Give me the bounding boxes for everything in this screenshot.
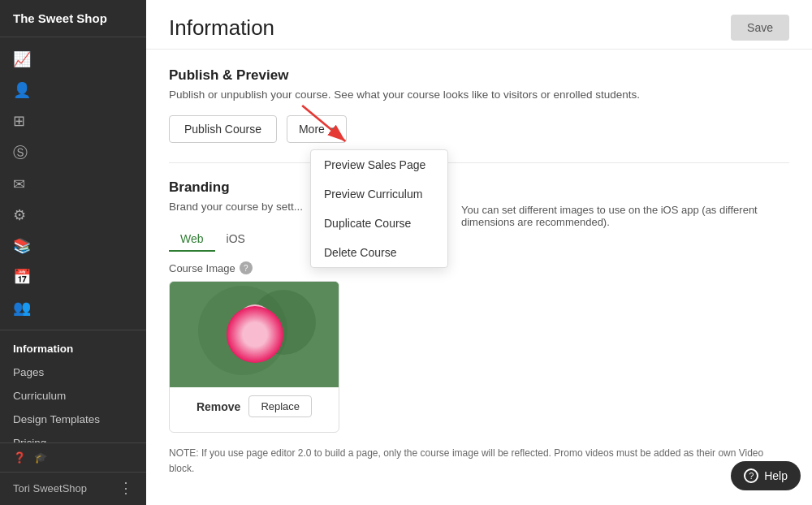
svg-point-9 bbox=[247, 328, 263, 336]
sidebar-icon-billing[interactable]: Ⓢ bbox=[0, 136, 146, 169]
image-actions: Remove Replace bbox=[170, 387, 339, 425]
sidebar-footer: ❓ 🎓 bbox=[0, 442, 146, 472]
svg-point-5 bbox=[237, 304, 273, 340]
more-button[interactable]: More ▾ bbox=[287, 115, 347, 143]
note-text: NOTE: If you use page editor 2.0 to buil… bbox=[169, 446, 789, 477]
branding-row: Brand your course by sett... Web iOS Cou… bbox=[169, 201, 789, 433]
branding-section: Branding Brand your course by sett... We… bbox=[169, 162, 789, 477]
sidebar-icon-dashboard[interactable]: ⊞ bbox=[0, 106, 146, 136]
sidebar-icon-users[interactable]: 👤 bbox=[0, 75, 146, 106]
publish-course-button[interactable]: Publish Course bbox=[169, 115, 277, 143]
tab-ios[interactable]: iOS bbox=[215, 227, 257, 252]
help-circle-icon[interactable]: ❓ bbox=[13, 451, 26, 464]
publish-preview-section: Publish & Preview Publish or unpublish y… bbox=[169, 67, 789, 143]
dropdown-item-preview-sales[interactable]: Preview Sales Page bbox=[311, 150, 447, 179]
branding-right-text: You can set different images to use on t… bbox=[461, 201, 789, 228]
branding-title: Branding bbox=[169, 179, 789, 196]
publish-row: Publish Course More ▾ Preview S bbox=[169, 115, 789, 143]
sidebar-user-name: Tori SweetShop bbox=[13, 482, 87, 494]
tab-web[interactable]: Web bbox=[169, 227, 215, 252]
help-circle-btn-icon: ? bbox=[744, 468, 758, 483]
sidebar-item-design-templates[interactable]: Design Templates bbox=[0, 408, 146, 431]
main-body: Publish & Preview Publish or unpublish y… bbox=[146, 50, 812, 494]
svg-point-6 bbox=[244, 309, 266, 332]
sidebar-item-pricing[interactable]: Pricing bbox=[0, 431, 146, 442]
sidebar-footer-icons: ❓ 🎓 bbox=[13, 451, 47, 464]
help-button[interactable]: ? Help bbox=[731, 461, 801, 490]
sidebar-icon-mail[interactable]: ✉ bbox=[0, 169, 146, 200]
course-image-preview bbox=[170, 282, 339, 387]
sidebar-item-information[interactable]: Information bbox=[0, 337, 146, 360]
publish-section-desc: Publish or unpublish your course. See wh… bbox=[169, 88, 789, 101]
sidebar-item-pages[interactable]: Pages bbox=[0, 360, 146, 384]
remove-image-button[interactable]: Remove bbox=[197, 400, 240, 413]
main-header: Information Save bbox=[146, 0, 812, 50]
publish-section-title: Publish & Preview bbox=[169, 67, 789, 84]
dropdown-item-duplicate-course[interactable]: Duplicate Course bbox=[311, 209, 447, 238]
course-image-box: Remove Replace bbox=[169, 281, 339, 433]
svg-point-7 bbox=[248, 313, 261, 326]
sidebar-icon-group: 📈 👤 ⊞ Ⓢ ✉ ⚙ 📚 📅 👥 bbox=[0, 37, 146, 330]
sidebar-icon-community[interactable]: 👥 bbox=[0, 292, 146, 323]
help-button-label: Help bbox=[764, 469, 788, 482]
sidebar-nav: Information Pages Curriculum Design Temp… bbox=[0, 330, 146, 442]
more-button-label: More bbox=[299, 123, 325, 136]
sidebar-icon-calendar[interactable]: 📅 bbox=[0, 261, 146, 292]
dropdown-item-delete-course[interactable]: Delete Course bbox=[311, 238, 447, 267]
svg-rect-8 bbox=[249, 332, 261, 356]
sidebar-icon-library[interactable]: 📚 bbox=[0, 231, 146, 261]
chevron-down-icon: ▾ bbox=[330, 124, 335, 135]
sidebar-icon-settings[interactable]: ⚙ bbox=[0, 200, 146, 231]
sidebar-icon-analytics[interactable]: 📈 bbox=[0, 44, 146, 75]
sidebar: The Sweet Shop 📈 👤 ⊞ Ⓢ ✉ ⚙ 📚 📅 👥 Informa… bbox=[0, 0, 146, 505]
dropdown-item-preview-curriculum[interactable]: Preview Curriculum bbox=[311, 179, 447, 209]
save-button[interactable]: Save bbox=[731, 15, 789, 41]
sidebar-brand: The Sweet Shop bbox=[0, 0, 146, 37]
svg-point-4 bbox=[251, 290, 316, 355]
course-image-svg bbox=[170, 282, 339, 387]
course-image-help-icon[interactable]: ? bbox=[240, 261, 253, 274]
more-dropdown-menu: Preview Sales Page Preview Curriculum Du… bbox=[310, 149, 448, 268]
more-options-icon[interactable]: ⋮ bbox=[119, 479, 133, 497]
replace-image-button[interactable]: Replace bbox=[248, 395, 312, 417]
graduation-icon[interactable]: 🎓 bbox=[34, 451, 47, 464]
sidebar-item-curriculum[interactable]: Curriculum bbox=[0, 384, 146, 408]
page-title: Information bbox=[169, 15, 274, 41]
main-content: Information Save Publish & Preview Publi… bbox=[146, 0, 812, 505]
